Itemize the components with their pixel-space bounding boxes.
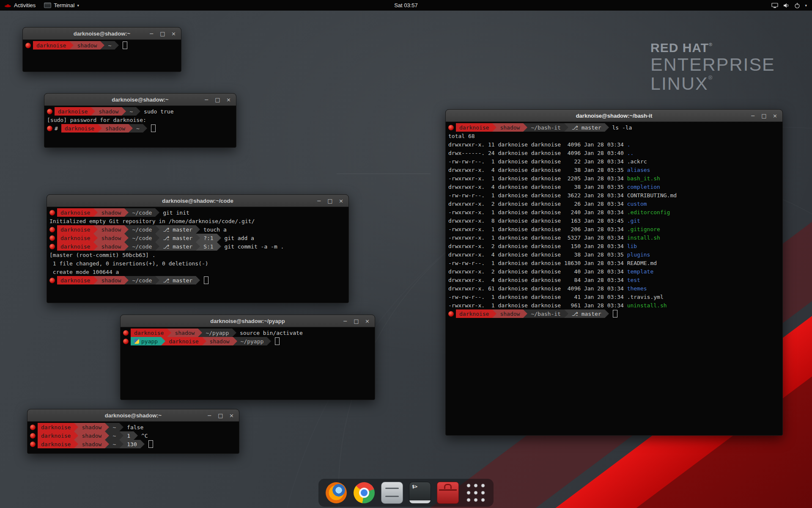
prompt-segment-code: 130 [123,440,140,448]
window-titlebar[interactable]: darknoise@shadow:~−□× [23,28,181,40]
dock-item-app-grid[interactable] [465,482,487,504]
close-button[interactable]: × [226,97,231,103]
maximize-button[interactable]: □ [354,318,359,324]
prompt-segment-user: darknoise [456,123,492,132]
terminal-content[interactable]: darknoiseshadow~ [23,40,181,72]
terminal-line: Initialized empty Git repository in /hom… [49,217,346,225]
chevron-down-icon: ▾ [805,3,807,8]
file-name: .gitignore [627,226,660,232]
powerline-arrow [233,337,237,345]
powerline-arrow [115,41,119,50]
output-text: -rw-rw-r--. 1 darknoise darknoise 22 Jan… [448,158,627,165]
close-button[interactable]: × [772,113,778,119]
prompt-segment-user: darknoise [38,423,74,431]
terminal-content[interactable]: darknoiseshadow~/code git initInitialize… [47,207,348,303]
window-buttons: −□× [204,97,236,103]
terminal-window[interactable]: darknoise@shadow:~−□×darknoiseshadow~ fa… [27,409,239,454]
terminal-window[interactable]: darknoise@shadow:~/pyapp−□×darknoiseshad… [120,315,375,400]
prompt-segment-host: shadow [98,208,124,217]
terminal-line: -rw-rw-r--. 1 darknoise darknoise 41 Jan… [448,293,780,301]
prompt-segment-host: shadow [206,337,233,345]
prompt-segment-user: darknoise [61,124,98,133]
command-text: false [123,424,143,431]
terminal-line: darknoiseshadow~/code⎇ masterS:1 git com… [49,242,346,251]
prompt-segment-host: shadow [78,431,105,440]
app-grid-icon [465,482,486,503]
terminal-cursor [275,337,280,345]
dock-item-firefox[interactable] [325,482,347,504]
dock-item-toolbox[interactable] [437,482,459,504]
powerline-arrow [198,329,202,337]
prompt-segment-host: shadow [74,41,100,50]
minimize-button[interactable]: − [750,113,756,119]
powerline-arrow [124,208,129,217]
terminal-window[interactable]: darknoise@shadow:~−□×darknoiseshadow~ [22,27,181,72]
close-button[interactable]: × [229,412,234,419]
terminal-cursor [151,124,156,132]
terminal-window[interactable]: darknoise@shadow:~/code−□×darknoiseshado… [47,194,349,303]
redhat-prompt-icon [49,278,55,283]
output-text: [sudo] password for darknoise: [47,117,146,123]
prompt-segment-path: ~/bash-it [527,123,564,132]
system-status-area[interactable]: ▾ [766,0,812,11]
command-text: sudo true [140,108,173,115]
prompt-segment-path: ~ [126,107,136,116]
dock-item-files[interactable] [381,482,403,504]
prompt-segment-path: ~/pyapp [237,337,267,345]
redhat-prompt-icon [30,433,36,439]
terminal-window[interactable]: darknoise@shadow:~−□×darknoiseshadow~ su… [44,93,236,148]
terminal-window[interactable]: darknoise@shadow:~/bash-it−□×darknoisesh… [445,109,783,436]
window-titlebar[interactable]: darknoise@shadow:~/bash-it−□× [446,110,782,122]
file-name: install.sh [627,235,660,241]
prompt-segment-git2: ?:1 [200,234,217,242]
command-text: source bin/activate [236,330,303,336]
output-text: drwxrwxr-x. 4 darknoise darknoise 38 Jan… [448,167,627,173]
minimize-button[interactable]: − [207,412,212,419]
close-button[interactable]: × [365,318,370,324]
file-name: template [627,268,654,275]
maximize-button[interactable]: □ [215,97,220,103]
terminal-line: drwxrwxr-x. 8 darknoise darknoise 163 Ja… [448,216,780,225]
terminal-content[interactable]: darknoiseshadow~ falsedarknoiseshadow~1 … [27,422,239,453]
close-button[interactable]: × [171,30,176,37]
window-titlebar[interactable]: darknoise@shadow:~/code−□× [47,195,348,207]
window-titlebar[interactable]: darknoise@shadow:~−□× [44,94,236,106]
terminal-content[interactable]: darknoiseshadow~ sudo true[sudo] passwor… [44,106,236,147]
dock-item-chrome[interactable] [353,482,375,504]
redhat-prompt-icon [123,330,129,336]
window-titlebar[interactable]: darknoise@shadow:~/pyapp−□× [121,315,375,327]
powerline-arrow [93,208,98,217]
dock-item-terminal[interactable] [409,482,431,504]
close-button[interactable]: × [338,198,344,204]
volume-icon [783,3,790,8]
minimize-button[interactable]: − [316,198,322,204]
maximize-button[interactable]: □ [160,30,165,37]
powerline-arrow [91,107,95,116]
terminal-content[interactable]: darknoiseshadow~/pyapp source bin/activa… [121,327,375,400]
file-name: .ackrc [627,158,647,165]
command-text: git init [159,210,189,216]
terminal-content[interactable]: darknoiseshadow~/bash-it⎇ master ls -lat… [446,122,782,435]
prompt-segment-git: ⎇ master [568,309,605,318]
output-text: drwxrwxr-x. 2 darknoise darknoise 26 Jan… [448,201,627,207]
powerline-arrow [124,234,129,242]
maximize-button[interactable]: □ [761,113,767,119]
powerline-arrow [119,440,123,448]
clock[interactable]: Sat 03:57 [394,2,418,8]
prompt-segment-path: ~/code [129,242,155,251]
activities-button[interactable]: Activities [0,0,40,11]
maximize-button[interactable]: □ [218,412,223,419]
chrome-icon [354,482,375,503]
brand-redhat-text: RED HAT® [650,41,775,55]
minimize-button[interactable]: − [343,318,348,324]
brand-enterprise-text: ENTERPRISE [650,55,775,74]
root-indicator: # [55,125,61,132]
powerline-arrow [105,440,109,448]
app-menu-button[interactable]: Terminal ▾ [40,0,83,11]
window-titlebar[interactable]: darknoise@shadow:~−□× [27,409,239,422]
minimize-button[interactable]: − [204,97,209,103]
redhat-branding: RED HAT® ENTERPRISE LINUX® [650,41,775,93]
output-text: drwx------. 24 darknoise darknoise 4096 … [448,150,627,156]
maximize-button[interactable]: □ [327,198,333,204]
minimize-button[interactable]: − [149,30,154,37]
